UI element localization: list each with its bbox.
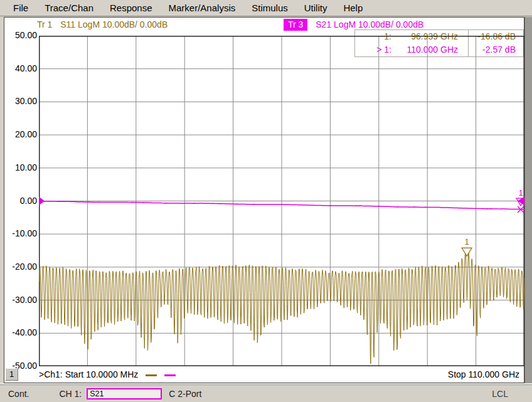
- menu-trace-chan[interactable]: Trace/Chan: [36, 3, 102, 13]
- y-tick-label: -10.00: [6, 228, 37, 238]
- menu-help[interactable]: Help: [335, 3, 371, 13]
- trace3-settings: S21 LogM 10.00dB/ 0.00dB: [316, 19, 423, 29]
- channel-status-label: CH 1:: [59, 389, 82, 399]
- y-tick-label: -40.00: [6, 327, 37, 337]
- reference-level-left-triangle: [39, 197, 45, 206]
- status-bar: Cont. CH 1: S21 C 2-Port LCL: [0, 384, 532, 402]
- menu-file[interactable]: File: [5, 3, 36, 13]
- menu-utility[interactable]: Utility: [296, 3, 336, 13]
- trace3-header[interactable]: Tr 3 S21 LogM 10.00dB/ 0.00dB: [284, 19, 423, 30]
- trace3-id-active-badge: Tr 3: [284, 19, 307, 31]
- y-tick-label: -20.00: [6, 262, 37, 272]
- trace1-id: Tr 1: [37, 19, 52, 29]
- y-tick-label: 30.00: [6, 96, 37, 106]
- y-tick-label: 50.00: [6, 30, 37, 40]
- marker-triangle: [462, 248, 472, 256]
- y-tick-label: 10.00: [6, 162, 37, 172]
- cal-status: C 2-Port: [169, 389, 201, 399]
- y-tick-label: 0.00: [6, 196, 37, 206]
- y-tick-label: -30.00: [6, 295, 37, 305]
- marker-number-label: 1: [464, 237, 469, 246]
- trace1-settings: S11 LogM 10.00dB/ 0.00dB: [60, 19, 168, 29]
- active-measurement-box[interactable]: S21: [87, 388, 162, 399]
- vna-screen: File Trace/Chan Response Marker/Analysis…: [0, 0, 532, 402]
- start-frequency-text: >Ch1: Start 10.0000 MHz: [39, 369, 138, 379]
- graticule-plot: 11: [39, 36, 524, 366]
- trace3-legend-dash: [164, 374, 176, 376]
- menu-marker-analysis[interactable]: Marker/Analysis: [161, 3, 244, 13]
- window-right-frame: [524, 17, 532, 383]
- trace1-legend-dash: [146, 374, 157, 376]
- y-tick-label: 20.00: [6, 129, 37, 139]
- menu-bar: File Trace/Chan Response Marker/Analysis…: [0, 0, 532, 16]
- stimulus-start-readout[interactable]: >Ch1: Start 10.0000 MHz: [39, 369, 176, 379]
- display-panel: Tr 1 S11 LogM 10.00dB/ 0.00dB Tr 3 S21 L…: [4, 17, 524, 383]
- y-tick-label: 40.00: [6, 63, 37, 73]
- trace1-header[interactable]: Tr 1 S11 LogM 10.00dB/ 0.00dB: [37, 19, 168, 30]
- channel-1-button[interactable]: 1: [5, 368, 18, 381]
- menu-response[interactable]: Response: [102, 3, 161, 13]
- menu-stimulus[interactable]: Stimulus: [243, 3, 296, 13]
- stimulus-stop-readout[interactable]: Stop 110.000 GHz: [448, 369, 519, 379]
- local-remote-status: LCL: [492, 389, 508, 399]
- sweep-mode-status: Cont.: [8, 389, 29, 399]
- marker-number-label: 1: [518, 188, 523, 198]
